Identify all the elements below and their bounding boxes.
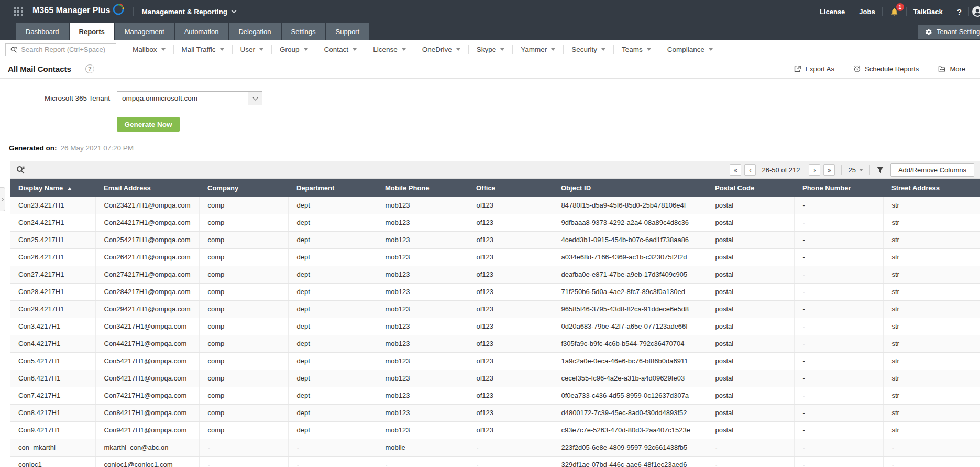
column-header-postal-code[interactable]: Postal Code bbox=[707, 179, 794, 197]
report-menu-skype[interactable]: Skype bbox=[469, 46, 513, 53]
tab-reports[interactable]: Reports bbox=[70, 23, 114, 40]
select-chevron-button[interactable] bbox=[248, 92, 262, 105]
report-menu-user[interactable]: User bbox=[233, 46, 272, 53]
title-help-icon[interactable]: ? bbox=[85, 64, 94, 73]
tab-dashboard[interactable]: Dashboard bbox=[16, 23, 69, 40]
column-header-street-address[interactable]: Street Address bbox=[883, 179, 980, 197]
caret-down-icon bbox=[259, 48, 263, 51]
first-page-button[interactable]: « bbox=[730, 164, 741, 176]
schedule-reports-button[interactable]: Schedule Reports bbox=[853, 65, 919, 73]
table-row[interactable]: Con8.4217H1Con84217H1@ompqa.comcompdeptm… bbox=[10, 404, 980, 421]
column-header-mobile-phone[interactable]: Mobile Phone bbox=[377, 179, 468, 197]
table-row[interactable]: Con5.4217H1Con54217H1@ompqa.comcompdeptm… bbox=[10, 352, 980, 370]
user-avatar-icon[interactable] bbox=[971, 5, 980, 18]
tenant-settings-button[interactable]: Tenant Settings bbox=[918, 25, 980, 39]
main-tab-bar: DashboardReportsManagementAutomationDele… bbox=[0, 23, 980, 40]
report-menu-yammer[interactable]: Yammer bbox=[513, 46, 563, 53]
table-row[interactable]: Con24.4217H1Con244217H1@ompqa.comcompdep… bbox=[10, 214, 980, 231]
cell-department: dept bbox=[288, 387, 377, 404]
report-search-box[interactable] bbox=[5, 43, 116, 56]
cell-postal-code: postal bbox=[707, 283, 794, 300]
jobs-link[interactable]: Jobs bbox=[852, 8, 882, 16]
table-row[interactable]: Con6.4217H1Con64217H1@ompqa.comcompdeptm… bbox=[10, 370, 980, 387]
column-header-company[interactable]: Company bbox=[199, 179, 288, 197]
license-link[interactable]: License bbox=[813, 8, 852, 16]
table-row[interactable]: conloc1conloc1@conloc1.com----329df1ae-0… bbox=[10, 456, 980, 467]
talkback-link[interactable]: TalkBack bbox=[907, 8, 950, 16]
table-search-icon[interactable] bbox=[16, 165, 25, 175]
cell-company: comp bbox=[199, 387, 288, 404]
table-row[interactable]: Con26.4217H1Con264217H1@ompqa.comcompdep… bbox=[10, 248, 980, 266]
report-menu-teams[interactable]: Teams bbox=[614, 46, 659, 53]
report-menu-contact[interactable]: Contact bbox=[316, 46, 365, 53]
cell-email-address: Con274217H1@ompqa.com bbox=[95, 266, 199, 283]
page-size-select[interactable]: 25 bbox=[848, 166, 863, 174]
tenant-select[interactable]: ompqa.onmicrosoft.com bbox=[117, 91, 262, 105]
more-button[interactable]: More bbox=[938, 65, 965, 73]
tab-management[interactable]: Management bbox=[115, 23, 174, 40]
cell-street-address: str bbox=[883, 421, 980, 439]
column-header-display-name[interactable]: Display Name bbox=[10, 179, 95, 197]
tenant-param-row: Microsoft 365 Tenant ompqa.onmicrosoft.c… bbox=[0, 91, 980, 105]
report-menu-label: License bbox=[373, 46, 398, 53]
table-row[interactable]: Con27.4217H1Con274217H1@ompqa.comcompdep… bbox=[10, 266, 980, 283]
report-categories: MailboxMail TrafficUserGroupContactLicen… bbox=[125, 45, 721, 54]
export-as-button[interactable]: Export As bbox=[794, 65, 834, 73]
table-row[interactable]: Con9.4217H1Con94217H1@ompqa.comcompdeptm… bbox=[10, 421, 980, 439]
cell-department: dept bbox=[288, 197, 377, 214]
help-button[interactable]: ? bbox=[950, 7, 968, 16]
generate-now-button[interactable]: Generate Now bbox=[117, 117, 180, 132]
table-row[interactable]: Con23.4217H1Con234217H1@ompqa.comcompdep… bbox=[10, 197, 980, 214]
cell-department: dept bbox=[288, 370, 377, 387]
cell-company: comp bbox=[199, 248, 288, 266]
report-search-input[interactable] bbox=[21, 46, 112, 53]
report-menu-onedrive[interactable]: OneDrive bbox=[414, 46, 468, 53]
cell-office: of123 bbox=[468, 197, 553, 214]
column-header-office[interactable]: Office bbox=[468, 179, 553, 197]
report-menu-compliance[interactable]: Compliance bbox=[659, 46, 721, 53]
add-remove-columns-button[interactable]: Add/Remove Columns bbox=[890, 163, 974, 177]
cell-office: of123 bbox=[468, 335, 553, 352]
report-menu-mailbox[interactable]: Mailbox bbox=[125, 46, 173, 53]
notification-badge: 1 bbox=[896, 3, 904, 11]
table-row[interactable]: Con25.4217H1Con254217H1@ompqa.comcompdep… bbox=[10, 231, 980, 248]
filter-icon[interactable] bbox=[876, 166, 884, 174]
report-menu-license[interactable]: License bbox=[365, 46, 414, 53]
tab-settings[interactable]: Settings bbox=[282, 23, 325, 40]
cell-email-address: conloc1@conloc1.com bbox=[95, 456, 199, 467]
panel-collapse-handle[interactable] bbox=[0, 187, 5, 211]
prev-page-button[interactable]: ‹ bbox=[744, 164, 756, 176]
table-row[interactable]: con_mkarthi_mkarthi_con@abc.on--mobile-2… bbox=[10, 439, 980, 456]
table-row[interactable]: Con3.4217H1Con34217H1@ompqa.comcompdeptm… bbox=[10, 318, 980, 335]
cell-department: dept bbox=[288, 283, 377, 300]
column-header-object-id[interactable]: Object ID bbox=[553, 179, 707, 197]
table-row[interactable]: Con4.4217H1Con44217H1@ompqa.comcompdeptm… bbox=[10, 335, 980, 352]
report-menu-group[interactable]: Group bbox=[272, 46, 316, 53]
report-menu-security[interactable]: Security bbox=[564, 46, 613, 53]
table-row[interactable]: Con28.4217H1Con284217H1@ompqa.comcompdep… bbox=[10, 283, 980, 300]
cell-street-address: str bbox=[883, 197, 980, 214]
cell-phone-number: - bbox=[794, 300, 883, 318]
generate-row: Generate Now bbox=[0, 117, 980, 132]
context-switcher[interactable]: Management & Reporting bbox=[142, 8, 236, 16]
app-grid-icon[interactable] bbox=[14, 7, 23, 16]
notifications-button[interactable]: 1 bbox=[883, 7, 906, 16]
cell-office: of123 bbox=[468, 300, 553, 318]
tab-delegation[interactable]: Delegation bbox=[229, 23, 280, 40]
contacts-table: Display NameEmail AddressCompanyDepartme… bbox=[10, 179, 980, 467]
next-page-button[interactable]: › bbox=[809, 164, 820, 176]
cell-department: dept bbox=[288, 214, 377, 231]
table-row[interactable]: Con29.4217H1Con294217H1@ompqa.comcompdep… bbox=[10, 300, 980, 318]
cell-object-id: cecef355-fc96-4a2e-a31b-a4d09629fe03 bbox=[553, 370, 707, 387]
report-table-section: « ‹ 26-50 of 212 › » 25 Add/Remove Colum… bbox=[0, 161, 980, 467]
cell-email-address: Con84217H1@ompqa.com bbox=[95, 404, 199, 421]
column-header-phone-number[interactable]: Phone Number bbox=[794, 179, 883, 197]
last-page-button[interactable]: » bbox=[823, 164, 835, 176]
report-menu-mail-traffic[interactable]: Mail Traffic bbox=[174, 46, 232, 53]
cell-street-address: - bbox=[883, 456, 980, 467]
column-header-email-address[interactable]: Email Address bbox=[95, 179, 199, 197]
tab-automation[interactable]: Automation bbox=[175, 23, 228, 40]
column-header-department[interactable]: Department bbox=[288, 179, 377, 197]
tab-support[interactable]: Support bbox=[326, 23, 369, 40]
table-row[interactable]: Con7.4217H1Con74217H1@ompqa.comcompdeptm… bbox=[10, 387, 980, 404]
